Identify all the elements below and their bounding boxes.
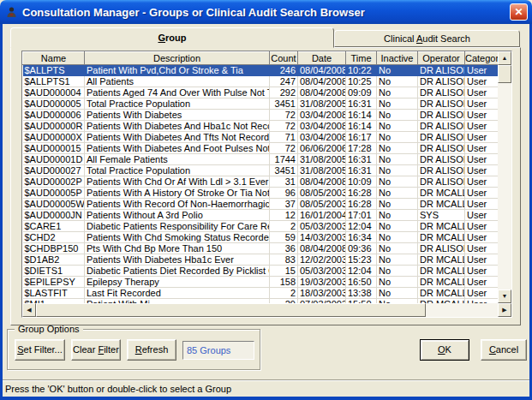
table-cell: 2 [270, 221, 298, 232]
table-row[interactable]: $AUD000004Patients Aged 74 And Over With… [23, 87, 499, 99]
tab-group[interactable]: Group [10, 27, 334, 48]
table-cell: DR ALISON [418, 110, 465, 121]
table-cell: DR ALISON [418, 87, 465, 99]
column-header-inactive[interactable]: Inactive [377, 52, 418, 65]
table-cell: 31 [270, 176, 298, 188]
vertical-scrollbar[interactable]: ▲ ▼ [498, 51, 511, 303]
table-header-row: NameDescriptionCountDateTimeInactiveOper… [23, 52, 499, 65]
column-header-date[interactable]: Date [298, 52, 346, 65]
table-cell: $AUD000005 [23, 99, 85, 110]
table-row[interactable]: $AUD000005Total Practice Population34513… [23, 99, 499, 110]
table-cell: User [465, 210, 499, 221]
table-cell: 72 [270, 143, 298, 154]
table-row[interactable]: $LASTFITLast Fit Recorded218/03/200313:3… [23, 288, 499, 299]
table-row[interactable]: $ALLPTSPatient With Pvd,Chd Or Stroke & … [23, 65, 499, 76]
table-row[interactable]: $AUD00001DAll Female Patients174431/08/2… [23, 154, 499, 165]
table-cell: DR ALISON [418, 154, 465, 165]
scroll-left-icon[interactable]: ◀ [22, 303, 36, 317]
table-cell: User [465, 121, 499, 132]
scroll-up-icon[interactable]: ▲ [498, 51, 511, 65]
table-cell: DR MCALLIS [418, 254, 465, 266]
column-header-category[interactable]: Category [465, 52, 499, 65]
ok-button[interactable]: OK [420, 339, 469, 361]
table-row[interactable]: $CHD2Patients With Chd Smoking Status Re… [23, 232, 499, 243]
table-cell: 16:14 [346, 121, 377, 132]
clear-filter-button[interactable]: Clear Filter [71, 339, 121, 361]
table-cell: 292 [270, 87, 298, 99]
table-cell: 1744 [270, 154, 298, 165]
horizontal-scrollbar[interactable]: ◀ ▶ [22, 303, 511, 317]
column-header-description[interactable]: Description [85, 52, 270, 65]
table-cell: 10:22 [346, 65, 377, 76]
vertical-scroll-thumb[interactable] [498, 65, 511, 83]
table-cell: $CHD2 [23, 232, 85, 243]
table-cell: Pts With Chd Bp More Than 150 [85, 243, 270, 254]
table-row[interactable]: $AUD00000RPatients With Diabetes And Hba… [23, 121, 499, 132]
table-cell: No [377, 87, 418, 99]
table-cell: User [465, 277, 499, 288]
table-cell: 12 [270, 210, 298, 221]
table-row[interactable]: $AUD000027Total Practice Population34513… [23, 165, 499, 176]
table-row[interactable]: $D1AB2Patients With Diabetes Hba1c Ever8… [23, 254, 499, 266]
table-cell: 37 [270, 199, 298, 210]
table-row[interactable]: $CHDBP150Pts With Chd Bp More Than 15036… [23, 243, 499, 254]
table-cell: User [465, 76, 499, 87]
table-cell: 16:14 [346, 110, 377, 121]
table-cell: 36 [270, 243, 298, 254]
table-row[interactable]: $AUD00005WPatients With Record Of Non-Ha… [23, 199, 499, 210]
table-cell: No [377, 254, 418, 266]
table-cell: User [465, 243, 499, 254]
table-row[interactable]: $AUD000006Patients With Diabetes7203/04/… [23, 110, 499, 121]
table-cell: $ALLPTS1 [23, 76, 85, 87]
table-cell: DR ALISON [418, 176, 465, 188]
table-cell: 15:23 [346, 254, 377, 266]
table-cell: No [377, 266, 418, 277]
horizontal-scroll-thumb[interactable] [36, 303, 426, 317]
table-row[interactable]: $DIETS1Diabetic Patients Diet Recorded B… [23, 266, 499, 277]
table-cell: User [465, 87, 499, 99]
close-button[interactable]: ✕ [510, 3, 528, 21]
title-bar[interactable]: Consultation Manager - Groups or Clinica… [0, 0, 532, 24]
table-cell: Patients With Chd Or Af With Ldl > 3.1 E… [85, 176, 270, 188]
table-row[interactable]: $AUD00002PPatients With Chd Or Af With L… [23, 176, 499, 188]
table-cell: 08/04/2008 [298, 243, 346, 254]
table-cell: User [465, 266, 499, 277]
table-row[interactable]: $ALLPTS1All Patients24708/04/200810:25No… [23, 76, 499, 87]
table-cell: 2 [270, 288, 298, 299]
table-cell: 16:28 [346, 199, 377, 210]
table-cell: $AUD0000JN [23, 210, 85, 221]
table-row[interactable]: $AUD00000XPatients With Diabetes And Tft… [23, 132, 499, 143]
table-row[interactable]: $CARE1Diabetic Patients Responsibility F… [23, 221, 499, 232]
scroll-right-icon[interactable]: ▶ [498, 303, 511, 317]
table-cell: 158 [270, 277, 298, 288]
table-cell: Diabetic Patients Diet Recorded By Pickl… [85, 266, 270, 277]
table-cell: 05/03/2003 [298, 266, 346, 277]
table-row[interactable]: $AUD00005PPatients With A History Of Str… [23, 188, 499, 199]
column-header-name[interactable]: Name [23, 52, 85, 65]
window-border-left [0, 24, 3, 400]
table-cell: User [465, 188, 499, 199]
table-row[interactable]: $AUD000015Patients With Diabetes And Foo… [23, 143, 499, 154]
column-header-count[interactable]: Count [270, 52, 298, 65]
table-cell: Patients Aged 74 And Over With Pulse Not… [85, 87, 270, 99]
refresh-button[interactable]: Refresh [127, 339, 176, 361]
table-cell: 16:28 [346, 188, 377, 199]
table-cell: $CARE1 [23, 221, 85, 232]
table-row[interactable]: $AUD0000JNPatients Without A 3rd Polio12… [23, 210, 499, 221]
table-cell: DR ALISON [418, 121, 465, 132]
table-cell: DR MCALLIS [418, 266, 465, 277]
set-filter-button[interactable]: Set Filter... [15, 339, 65, 361]
table-row[interactable]: $EPILEPSYEpilepsy Therapy15819/03/200316… [23, 277, 499, 288]
table-cell: $AUD00005W [23, 199, 85, 210]
table-cell: 08/05/2003 [298, 199, 346, 210]
cancel-button[interactable]: Cancel [481, 339, 527, 361]
table-cell: 31/08/2005 [298, 165, 346, 176]
table-cell: 03/04/2008 [298, 132, 346, 143]
table-cell: $AUD000015 [23, 143, 85, 154]
tab-clinical-audit-search[interactable]: Clinical Audit Search [334, 30, 520, 47]
table-cell: 17:01 [346, 210, 377, 221]
table-cell: 16:17 [346, 132, 377, 143]
column-header-operator[interactable]: Operator [418, 52, 465, 65]
column-header-time[interactable]: Time [346, 52, 377, 65]
scroll-down-icon[interactable]: ▼ [498, 290, 511, 303]
